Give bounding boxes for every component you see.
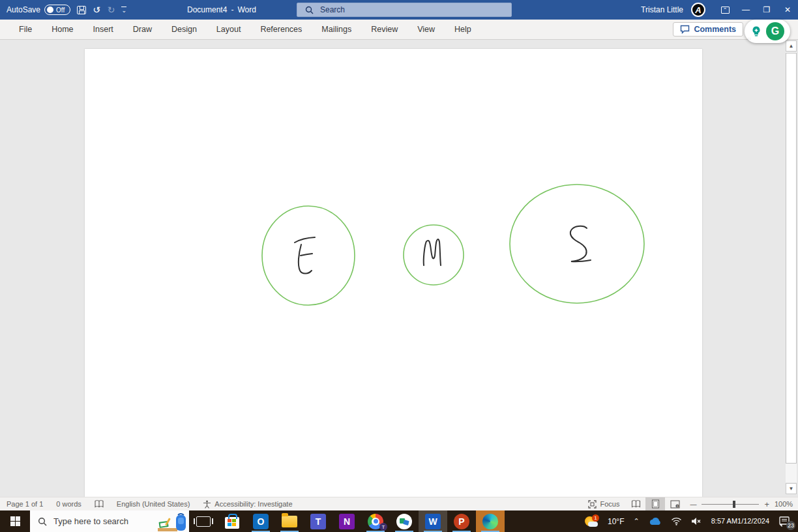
grammarly-drag-handle[interactable]: ∷ xyxy=(748,37,751,42)
language-indicator[interactable]: English (United States) xyxy=(110,500,197,508)
grammarly-icon[interactable]: G xyxy=(766,22,784,40)
page-indicator[interactable]: Page 1 of 1 xyxy=(0,500,50,508)
microsoft-store-icon xyxy=(225,517,239,529)
scrollbar-thumb[interactable] xyxy=(786,53,797,464)
comments-button[interactable]: Comments xyxy=(673,22,743,37)
accessibility-status[interactable]: Accessibility: Investigate xyxy=(196,500,299,509)
proofing-status[interactable] xyxy=(88,500,110,508)
user-name[interactable]: Tristan Little xyxy=(641,5,683,14)
word-application-window: AutoSave Off ↺ ⌄ ↻ ⌄ Document4 - Word Se… xyxy=(0,0,798,532)
title-separator: - xyxy=(231,5,233,14)
onenote-icon: N xyxy=(339,514,355,529)
status-bar: Page 1 of 1 0 words English (United Stat… xyxy=(0,497,798,510)
scrollbar-track[interactable] xyxy=(786,52,797,482)
save-icon[interactable] xyxy=(77,6,86,14)
ribbon-display-options-icon: ⌃ xyxy=(721,7,730,14)
tab-review[interactable]: Review xyxy=(361,20,407,38)
zoom-in-button[interactable]: + xyxy=(764,499,769,509)
titlebar-right: Tristan Little A ⌃ — ❐ ✕ xyxy=(641,0,798,20)
redo-icon[interactable]: ↻ xyxy=(108,5,115,14)
zoom-slider-handle[interactable] xyxy=(733,501,735,508)
restore-button[interactable]: ❐ xyxy=(756,0,777,20)
teams-icon: T xyxy=(310,514,326,529)
minimize-button[interactable]: — xyxy=(735,0,756,20)
tray-overflow-chevron-icon[interactable]: ⌃ xyxy=(630,510,642,532)
taskbar-app-word[interactable]: W xyxy=(419,510,447,532)
taskbar-app-white-circle[interactable] xyxy=(390,510,419,532)
focus-mode-button[interactable]: Focus xyxy=(582,500,626,509)
tab-help[interactable]: Help xyxy=(445,20,481,38)
avatar[interactable]: A xyxy=(691,3,705,17)
taskbar-clock[interactable]: 8:57 AM 1/12/2024 xyxy=(707,510,773,532)
notification-count-badge: 23 xyxy=(786,521,795,530)
document-name: Document4 xyxy=(187,5,227,14)
volume-muted-icon[interactable] xyxy=(688,510,705,532)
taskbar-app-chrome[interactable]: T xyxy=(361,510,390,532)
focus-icon xyxy=(588,500,597,509)
autosave-label: AutoSave xyxy=(7,5,40,14)
document-area: ▲ ▼ xyxy=(0,40,798,497)
taskbar-search-box[interactable]: Type here to search xyxy=(30,510,189,532)
ink-circle-e[interactable] xyxy=(262,206,355,305)
task-view-icon xyxy=(196,516,211,527)
taskbar-app-file-explorer[interactable] xyxy=(275,510,304,532)
tab-insert[interactable]: Insert xyxy=(83,20,123,38)
read-mode-button[interactable] xyxy=(626,497,645,510)
tab-file[interactable]: File xyxy=(9,20,42,38)
document-page[interactable] xyxy=(85,49,702,497)
taskbar-app-powerpoint[interactable]: P xyxy=(447,510,476,532)
search-box[interactable]: Search xyxy=(297,3,512,17)
autosave-switch[interactable]: Off xyxy=(44,5,70,15)
autosave-knob xyxy=(47,7,53,13)
tab-references[interactable]: References xyxy=(250,20,312,38)
web-layout-icon: i xyxy=(670,500,680,509)
taskbar-app-microsoft-store[interactable] xyxy=(218,510,246,532)
zoom-out-button[interactable]: — xyxy=(690,501,696,508)
scroll-up-icon[interactable]: ▲ xyxy=(786,40,797,52)
taskbar-app-onenote[interactable]: N xyxy=(332,510,361,532)
wifi-icon[interactable] xyxy=(668,510,685,532)
word-count[interactable]: 0 words xyxy=(50,500,88,508)
start-button[interactable] xyxy=(0,510,30,532)
task-view-button[interactable] xyxy=(189,510,218,532)
ink-circle-m[interactable] xyxy=(404,225,464,285)
action-center-button[interactable]: 23 xyxy=(776,510,794,532)
search-icon xyxy=(305,6,314,14)
zoom-slider[interactable] xyxy=(702,504,759,505)
taskbar-app-outlook[interactable]: O xyxy=(246,510,275,532)
scroll-down-icon[interactable]: ▼ xyxy=(786,483,797,494)
grammarly-suggestion-icon[interactable] xyxy=(750,25,762,37)
edge-icon xyxy=(482,514,498,529)
ribbon-display-options-button[interactable]: ⌃ xyxy=(715,0,735,20)
web-layout-button[interactable]: i xyxy=(665,497,685,510)
tab-draw[interactable]: Draw xyxy=(123,20,162,38)
tab-mailings[interactable]: Mailings xyxy=(312,20,361,38)
weather-widget[interactable]: 1 xyxy=(581,510,602,532)
focus-label: Focus xyxy=(600,500,619,508)
tab-view[interactable]: View xyxy=(407,20,445,38)
tab-layout[interactable]: Layout xyxy=(207,20,251,38)
outlook-icon: O xyxy=(253,514,269,529)
ink-circle-s[interactable] xyxy=(510,185,644,303)
weather-icon: 1 xyxy=(584,514,598,529)
print-layout-button[interactable] xyxy=(645,497,665,510)
quick-access-toolbar: AutoSave Off ↺ ⌄ ↻ ⌄ xyxy=(0,5,126,15)
close-button[interactable]: ✕ xyxy=(777,0,798,20)
undo-dropdown-icon[interactable]: ⌄ xyxy=(96,7,101,12)
grammarly-widget[interactable]: ∷ G xyxy=(745,20,790,43)
zoom-percentage[interactable]: 100% xyxy=(775,500,798,508)
temperature-label[interactable]: 10°F xyxy=(604,510,627,532)
taskbar-app-teams[interactable]: T xyxy=(304,510,332,532)
autosave-toggle[interactable]: AutoSave Off xyxy=(7,5,70,15)
onedrive-icon[interactable] xyxy=(645,510,665,532)
ink-drawing xyxy=(85,49,702,497)
comments-label: Comments xyxy=(694,25,736,34)
close-icon: ✕ xyxy=(784,5,791,14)
tab-design[interactable]: Design xyxy=(162,20,207,38)
tab-home[interactable]: Home xyxy=(42,20,83,38)
customize-qat-icon[interactable]: ⌄ xyxy=(121,7,126,14)
system-tray: 1 10°F ⌃ 8:57 AM 1/12/2024 23 xyxy=(581,510,798,532)
taskbar-app-edge[interactable] xyxy=(476,510,505,532)
windows-taskbar: Type here to search O T N T W xyxy=(0,510,798,532)
vertical-scrollbar[interactable]: ▲ ▼ xyxy=(785,40,797,495)
